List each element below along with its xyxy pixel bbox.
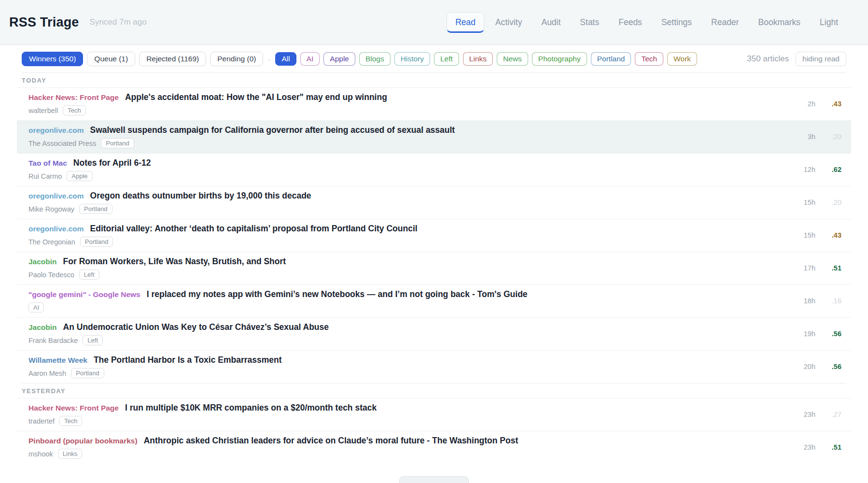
- article-side: 2h.43: [795, 100, 841, 108]
- article-source: oregonlive.com: [28, 192, 84, 200]
- article-tag-chip: Portland: [80, 237, 113, 247]
- article-side: 3h.20: [795, 133, 841, 141]
- status-filter-rejected[interactable]: Rejected (1169): [139, 52, 206, 66]
- article-tag-chip: Portland: [101, 138, 134, 148]
- article-source: oregonlive.com: [28, 126, 84, 135]
- article-side: 15h.43: [795, 231, 841, 239]
- article-score: .51: [825, 443, 841, 451]
- article-main: Willamette WeekThe Portland Harbor Is a …: [28, 355, 282, 378]
- tag-filter-links[interactable]: Links: [463, 52, 493, 66]
- article-tag-chip: Left: [83, 335, 103, 345]
- article-side: 15h.20: [795, 199, 841, 206]
- article-meta: Frank BardackeLeft: [28, 335, 329, 345]
- app-title: RSS Triage: [9, 15, 79, 30]
- tag-filter-all[interactable]: All: [275, 52, 296, 66]
- tab-stats[interactable]: Stats: [572, 13, 607, 32]
- article-tag-chip: Portland: [79, 204, 112, 214]
- article-side: 23h.27: [795, 411, 841, 418]
- article-source: Tao of Mac: [28, 159, 67, 168]
- article-row[interactable]: Pinboard (popular bookmarks)Anthropic as…: [17, 431, 851, 464]
- article-meta: Aaron MeshPortland: [28, 368, 282, 378]
- article-row[interactable]: Willamette WeekThe Portland Harbor Is a …: [17, 350, 851, 383]
- article-section: YESTERDAYHacker News: Front PageI run mu…: [22, 383, 846, 464]
- tag-filter-news[interactable]: News: [497, 52, 528, 66]
- article-tag-chip: Tech: [63, 105, 85, 115]
- status-filter-pending[interactable]: Pending (0): [210, 52, 263, 66]
- article-headline: JacobinAn Undemocratic Union Was Key to …: [28, 322, 329, 332]
- article-row[interactable]: JacobinAn Undemocratic Union Was Key to …: [17, 317, 851, 350]
- article-section: TODAYHacker News: Front PageApple's acci…: [22, 72, 846, 383]
- article-row[interactable]: oregonlive.comSwalwell suspends campaign…: [17, 120, 851, 153]
- tab-audit[interactable]: Audit: [533, 13, 569, 32]
- filter-bar: Winners (350)Queue (1)Rejected (1169)Pen…: [0, 45, 868, 72]
- article-headline: Tao of MacNotes for April 6-12: [28, 158, 151, 168]
- article-headline: JacobinFor Roman Workers, Life Was Nasty…: [28, 256, 286, 267]
- status-filter-winners[interactable]: Winners (350): [22, 52, 83, 66]
- article-headline: oregonlive.comSwalwell suspends campaign…: [28, 125, 455, 135]
- tab-reader[interactable]: Reader: [703, 13, 747, 32]
- tab-read[interactable]: Read: [447, 12, 484, 33]
- article-headline: oregonlive.comOregon deaths outnumber bi…: [28, 191, 311, 201]
- article-time: 12h: [795, 166, 815, 173]
- article-time: 23h: [795, 443, 815, 451]
- article-title: I run multiple $10K MRR companies on a $…: [125, 403, 377, 413]
- article-title: Anthropic asked Christian leaders for ad…: [144, 436, 518, 446]
- article-time: 3h: [795, 133, 815, 141]
- article-row[interactable]: oregonlive.comOregon deaths outnumber bi…: [17, 186, 851, 219]
- article-row[interactable]: JacobinFor Roman Workers, Life Was Nasty…: [17, 252, 851, 284]
- theme-toggle-light[interactable]: Light: [812, 13, 846, 32]
- article-row[interactable]: Tao of MacNotes for April 6-12Rui CarmoA…: [17, 153, 851, 186]
- tab-activity[interactable]: Activity: [487, 13, 530, 32]
- article-author: tradertef: [28, 417, 55, 425]
- article-title: Swalwell suspends campaign for Californi…: [90, 125, 455, 135]
- filter-right-group: 350 articles hiding read: [747, 52, 846, 66]
- tag-filter-photography[interactable]: Photography: [532, 52, 587, 66]
- tag-filter-left[interactable]: Left: [434, 52, 459, 66]
- article-side: 23h.51: [795, 443, 841, 451]
- article-score: .56: [825, 330, 841, 338]
- article-row[interactable]: "google gemini" - Google NewsI replaced …: [17, 284, 851, 317]
- hiding-read-toggle[interactable]: hiding read: [796, 52, 846, 66]
- article-time: 18h: [795, 297, 815, 305]
- article-source: Willamette Week: [28, 356, 87, 365]
- status-filter-queue[interactable]: Queue (1): [87, 52, 135, 66]
- tab-settings[interactable]: Settings: [653, 13, 700, 32]
- tag-filter-tech[interactable]: Tech: [635, 52, 663, 66]
- article-score: .62: [825, 166, 841, 173]
- article-headline: oregonlive.comEditorial valley: Another …: [28, 224, 418, 234]
- article-time: 17h: [795, 264, 815, 272]
- article-title: For Roman Workers, Life Was Nasty, Bruti…: [63, 256, 286, 267]
- tag-filter-history[interactable]: History: [394, 52, 430, 66]
- article-main: Pinboard (popular bookmarks)Anthropic as…: [28, 436, 518, 459]
- footer: Load more: [0, 464, 868, 483]
- article-meta: Rui CarmoApple: [28, 171, 151, 181]
- article-meta: AI: [28, 302, 528, 313]
- tag-filter-blogs[interactable]: Blogs: [359, 52, 391, 66]
- main-nav: ReadActivityAuditStatsFeedsSettingsReade…: [447, 0, 846, 44]
- article-score: .16: [825, 297, 841, 305]
- article-author: Rui Carmo: [28, 172, 62, 180]
- article-row[interactable]: Hacker News: Front PageApple's accidenta…: [17, 87, 851, 120]
- article-list: TODAYHacker News: Front PageApple's acci…: [22, 72, 846, 464]
- article-time: 2h: [795, 100, 815, 108]
- tag-filter-apple[interactable]: Apple: [323, 52, 355, 66]
- article-meta: Paolo TedescoLeft: [28, 270, 286, 280]
- tag-filter-ai[interactable]: AI: [300, 52, 320, 66]
- article-score: .43: [825, 100, 841, 108]
- article-row[interactable]: oregonlive.comEditorial valley: Another …: [17, 219, 851, 252]
- tag-filter-portland[interactable]: Portland: [591, 52, 631, 66]
- article-author: The Associated Press: [28, 140, 96, 147]
- load-more-button[interactable]: Load more: [399, 476, 468, 483]
- article-tag-chip: Portland: [71, 368, 104, 378]
- article-source: Jacobin: [28, 257, 57, 266]
- article-meta: mshookLinks: [28, 449, 518, 459]
- article-headline: Hacker News: Front PageApple's accidenta…: [28, 92, 387, 102]
- tab-bookmarks[interactable]: Bookmarks: [750, 13, 809, 32]
- article-row[interactable]: Hacker News: Front PageI run multiple $1…: [17, 398, 851, 431]
- article-score: .51: [825, 264, 841, 272]
- tag-filter-work[interactable]: Work: [667, 52, 697, 66]
- article-source: Pinboard (popular bookmarks): [28, 437, 138, 445]
- article-author: The Oregonian: [28, 238, 75, 246]
- tab-feeds[interactable]: Feeds: [610, 13, 650, 32]
- article-main: oregonlive.comOregon deaths outnumber bi…: [28, 191, 311, 214]
